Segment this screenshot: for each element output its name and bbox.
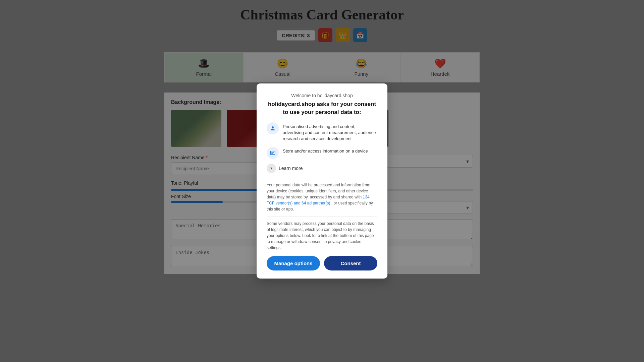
modal-title: holidaycard.shop asks for your consent t… xyxy=(267,100,377,116)
consent-text-2: Store and/or access information on a dev… xyxy=(283,147,368,154)
consent-item-2: Store and/or access information on a dev… xyxy=(267,147,377,159)
svg-rect-1 xyxy=(270,151,275,155)
svg-point-0 xyxy=(272,126,274,128)
svg-rect-3 xyxy=(271,153,273,154)
consent-button[interactable]: Consent xyxy=(324,256,377,270)
consent-icon-1 xyxy=(267,122,279,134)
consent-text-1: Personalised advertising and content, ad… xyxy=(283,122,377,142)
modal-buttons: Manage options Consent xyxy=(267,256,377,270)
svg-rect-2 xyxy=(271,152,274,153)
learn-more-chevron[interactable]: ▾ xyxy=(267,164,276,173)
consent-description-1: Your personal data will be processed and… xyxy=(267,178,377,212)
modal-site: Welcome to holidaycard.shop xyxy=(267,93,377,98)
learn-more-label[interactable]: Learn more xyxy=(279,166,303,171)
consent-description-2: Some vendors may process your personal d… xyxy=(267,216,377,251)
modal-overlay[interactable]: Welcome to holidaycard.shop holidaycard.… xyxy=(0,0,644,362)
manage-options-button[interactable]: Manage options xyxy=(267,256,320,270)
consent-icon-2 xyxy=(267,147,279,159)
consent-item-1: Personalised advertising and content, ad… xyxy=(267,122,377,142)
learn-more-row: ▾ Learn more xyxy=(267,164,377,173)
consent-modal: Welcome to holidaycard.shop holidaycard.… xyxy=(257,83,387,278)
